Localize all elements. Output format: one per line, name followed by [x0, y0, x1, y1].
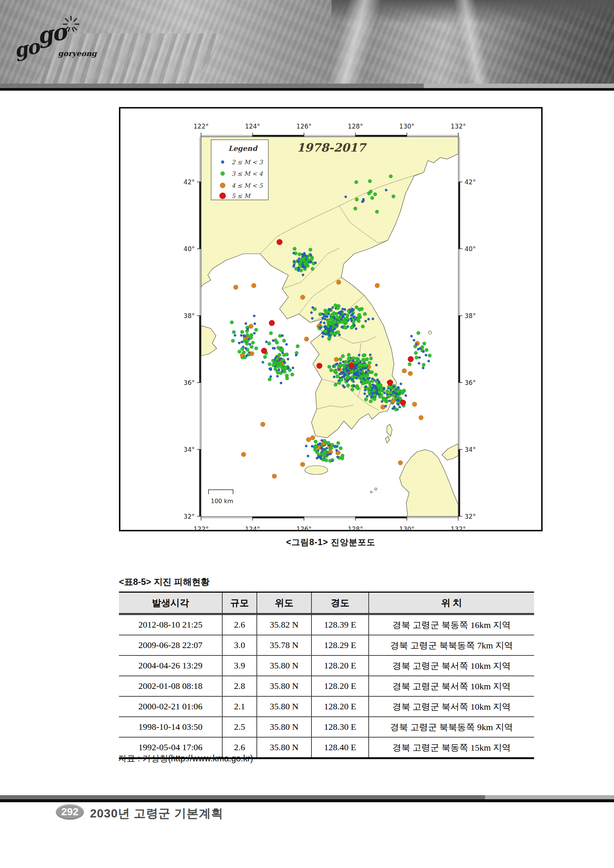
table-column-header: 위도 [257, 592, 312, 614]
quake-dot-blue [285, 343, 288, 346]
x-axis-label: 122° [194, 525, 209, 530]
quake-dot-green [240, 347, 244, 351]
quake-dot-blue [302, 264, 304, 266]
quake-dot-green [293, 247, 296, 251]
quake-dot-green [338, 381, 341, 384]
quake-dot-blue [353, 384, 355, 387]
logo-word-1: go [12, 35, 40, 62]
quake-dot-blue [340, 318, 342, 320]
quake-dot-blue [413, 339, 415, 341]
quake-dot-blue [245, 322, 247, 325]
quake-dot-blue [323, 448, 326, 450]
y-axis-label: 36° [465, 379, 476, 386]
quake-dot-green [380, 388, 383, 391]
quake-dot-blue [385, 405, 387, 407]
quake-dot-blue [360, 372, 362, 375]
quake-dot-blue [265, 341, 268, 343]
quake-dot-blue [351, 310, 353, 312]
quake-dot-blue [328, 308, 330, 310]
quake-dot-blue [358, 354, 360, 356]
table-cell: 128.20 E [312, 656, 369, 676]
quake-dot-blue [321, 336, 324, 338]
quake-dot-blue [320, 457, 322, 460]
legend-dot [220, 193, 226, 199]
quake-dot-orange [391, 398, 395, 403]
quake-dot-blue [363, 392, 366, 395]
quake-dot-blue [354, 316, 356, 318]
quake-dot-blue [400, 383, 402, 385]
quake-dot-blue [272, 347, 274, 349]
table-cell: 128.40 E [312, 737, 369, 758]
quake-dot-blue [310, 254, 312, 256]
quake-dot-blue [405, 394, 407, 397]
quake-dot-blue [336, 324, 339, 327]
quake-dot-blue [362, 367, 364, 369]
table-cell: 35.80 N [257, 717, 312, 737]
x-axis-label: 132° [451, 122, 466, 130]
quake-dot-blue [315, 262, 317, 264]
quake-dot-green [389, 175, 393, 178]
quake-dot-green [422, 363, 426, 367]
quake-dot-green [341, 355, 345, 358]
quake-dot-green [323, 439, 326, 443]
quake-dot-green [263, 355, 267, 359]
quake-dot-orange [412, 402, 417, 406]
quake-dot-blue [393, 386, 395, 388]
quake-dot-green [240, 330, 244, 334]
table-cell: 2.6 [222, 614, 257, 636]
quake-dot-blue [366, 395, 368, 397]
quake-dot-orange [249, 324, 253, 329]
quake-dot-green [345, 316, 349, 320]
quake-dot-blue [418, 356, 420, 358]
quake-dot-green [373, 394, 377, 397]
quake-dot-orange [252, 283, 256, 288]
quake-dot-green [268, 362, 272, 366]
quake-dot-green [275, 357, 279, 361]
quake-dot-green [360, 307, 364, 311]
quake-dot-blue [422, 350, 425, 353]
quake-dot-blue [417, 348, 419, 350]
quake-dot-green [268, 342, 271, 346]
quake-dot-green [367, 390, 371, 394]
table-cell: 35.80 N [257, 696, 312, 717]
quake-dot-green [336, 442, 340, 445]
quake-dot-blue [329, 453, 331, 455]
quake-dot-green [339, 358, 342, 361]
quake-dot-green [425, 348, 428, 352]
quake-dot-green [330, 314, 334, 317]
quake-dot-green [231, 339, 235, 343]
quake-dot-blue [333, 445, 336, 447]
quake-dot-blue [393, 391, 395, 393]
table-column-header: 경도 [312, 592, 369, 614]
table-cell: 2.8 [222, 676, 257, 696]
quake-dot-green [254, 347, 258, 350]
quake-dot-orange [408, 371, 412, 376]
table-cell: 2004-04-26 13:29 [119, 656, 222, 676]
goto-island-2 [371, 491, 372, 493]
quake-dot-orange [398, 460, 403, 465]
quake-dot-green [369, 400, 373, 403]
quake-dot-green [291, 373, 295, 377]
y-axis-label: 36° [184, 379, 195, 386]
quake-dot-blue [329, 335, 332, 336]
quake-dot-green [408, 363, 411, 366]
quake-dot-green [397, 390, 400, 394]
table-row: 2004-04-26 13:293.935.80 N128.20 E경북 고령군… [119, 656, 534, 676]
quake-dot-orange [419, 415, 423, 420]
quake-dot-blue [340, 311, 342, 313]
quake-dot-blue [348, 373, 350, 375]
quake-dot-blue [292, 367, 294, 369]
quake-dot-green [337, 321, 340, 324]
quake-dot-green [330, 446, 333, 450]
quake-dot-orange [375, 283, 380, 288]
quake-dot-blue [364, 320, 367, 322]
quake-dot-blue [374, 384, 376, 387]
quake-dot-green [283, 370, 287, 374]
quake-dot-orange [304, 336, 309, 341]
table-row: 2002-01-08 08:182.835.80 N128.20 E경북 고령군… [119, 676, 534, 696]
quake-dot-green [278, 353, 281, 357]
quake-dot-green [363, 312, 367, 316]
quake-dot-blue [336, 445, 338, 447]
quake-dot-red [408, 356, 414, 362]
table-cell: 3.9 [222, 656, 257, 676]
